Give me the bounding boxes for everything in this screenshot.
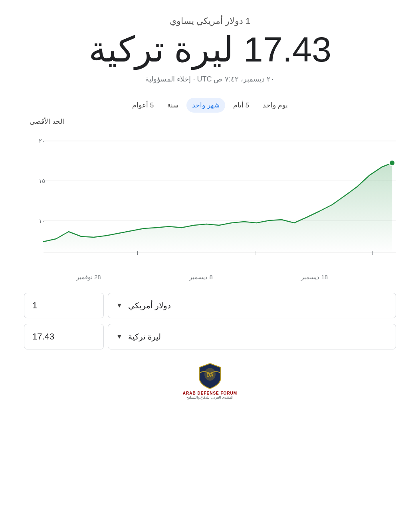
svg-text:١٠: ١٠	[39, 218, 45, 224]
filter-5y[interactable]: 5 أعوام	[127, 98, 159, 113]
timestamp: ٢٠ ديسمبر، ٧:٤٢ ص UTC · إخلاء المسؤولية	[24, 75, 396, 83]
x-label-1: 28 نوفمبر	[76, 274, 101, 281]
logo-title: ARAB DEFENSE FORUM	[183, 391, 237, 395]
x-label-2: 8 ديسمبر	[189, 274, 213, 281]
svg-text:٢٠: ٢٠	[39, 138, 45, 144]
converter: دولار أمريكي ▼ 1 ليرة تركية ▼ 17.43	[24, 293, 396, 349]
from-currency-label: دولار أمريكي	[128, 301, 171, 310]
to-amount: 17.43	[32, 331, 54, 342]
time-filter-row-2: الحد الأقصى	[24, 114, 396, 129]
x-label-3: 18 ديسمبر	[301, 274, 328, 281]
filter-5d[interactable]: 5 أيام	[228, 98, 255, 113]
filter-1m[interactable]: شهر واحد	[186, 98, 225, 113]
filter-1y[interactable]: سنة	[162, 98, 184, 113]
from-amount-box: 1	[24, 293, 104, 318]
logo-icon: DA	[196, 361, 224, 389]
to-row: ليرة تركية ▼ 17.43	[24, 324, 396, 349]
from-dropdown-icon: ▼	[116, 302, 123, 309]
from-currency-select[interactable]: دولار أمريكي ▼	[108, 293, 396, 318]
filter-max[interactable]: الحد الأقصى	[24, 114, 70, 129]
subtitle: 1 دولار أمريكي يساوي	[24, 16, 396, 26]
chart-container: ٢٠ ١٥ ١٠ 18 ديسم	[24, 133, 396, 281]
time-filter-row: يوم واحد 5 أيام شهر واحد سنة 5 أعوام	[24, 98, 396, 113]
from-amount: 1	[32, 300, 37, 311]
logo-subtitle: المنتدى العربي للدفاع والتسليح	[183, 395, 237, 399]
logo-container: DA ARAB DEFENSE FORUM المنتدى العربي للد…	[24, 361, 396, 399]
filter-1d[interactable]: يوم واحد	[257, 98, 293, 113]
svg-point-7	[389, 160, 395, 166]
from-row: دولار أمريكي ▼ 1	[24, 293, 396, 318]
x-axis-labels: 18 ديسمبر 8 ديسمبر 28 نوفمبر	[24, 270, 396, 281]
svg-text:١٥: ١٥	[39, 178, 45, 184]
main-value: 17.43 ليرة تركية	[24, 30, 396, 69]
to-currency-select[interactable]: ليرة تركية ▼	[108, 324, 396, 349]
chart-svg: ٢٠ ١٥ ١٠	[24, 133, 396, 269]
to-currency-label: ليرة تركية	[128, 332, 161, 341]
to-amount-box: 17.43	[24, 324, 104, 349]
to-dropdown-icon: ▼	[116, 333, 123, 340]
